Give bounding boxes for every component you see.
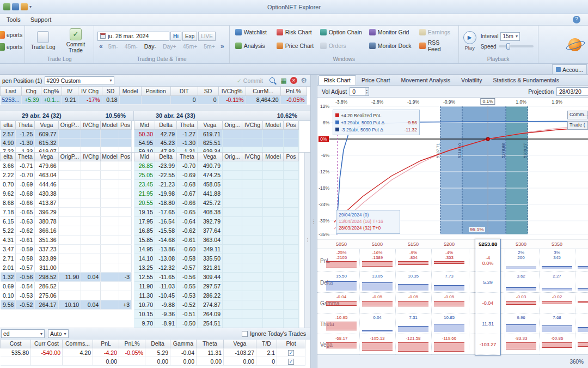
column-header[interactable]: Delta <box>145 340 170 348</box>
close-icon[interactable]: × <box>290 77 297 84</box>
column-header[interactable]: Pos <box>284 121 299 130</box>
play-button[interactable]: ▶ <box>463 31 476 44</box>
ribbon-analysis-button[interactable]: Analysis <box>233 39 274 53</box>
grid-row[interactable]: 5.22-0.62366.16 <box>1 226 132 236</box>
grid-row[interactable]: 14.95-13.86-0.60349.11 <box>134 245 299 254</box>
grid-row[interactable]: 0.000.000.000.000.000✓ <box>1 357 305 366</box>
reports-button-2[interactable]: eports <box>0 42 22 52</box>
interval-select[interactable]: 15m ▾ <box>500 32 519 41</box>
tab-risk-chart[interactable]: Risk Chart <box>318 75 356 85</box>
column-header[interactable]: Theta <box>197 340 224 348</box>
grid-row[interactable]: 9.70-8.91-0.50254.51 <box>134 319 299 328</box>
column-header[interactable]: CurrM... <box>246 87 280 95</box>
column-header[interactable]: PnL% <box>119 340 145 348</box>
column-header[interactable]: IVChg <box>81 121 101 130</box>
column-header[interactable]: Model <box>119 87 141 95</box>
column-header[interactable]: Delta <box>155 121 177 130</box>
grid-row[interactable]: 1.32-0.56298.5211.900.04-3 <box>1 273 132 282</box>
column-header[interactable]: Model <box>101 153 119 161</box>
grid-row[interactable]: 2.22-0.70463.04 <box>1 171 132 180</box>
grid-row[interactable]: 10.70-9.88-0.52274.87 <box>134 300 299 310</box>
grid-row[interactable]: 11.90-11.03-0.55297.57 <box>134 282 299 291</box>
mode-select[interactable]: ed ▾ <box>1 329 45 338</box>
trade-clipped-button[interactable]: Trade ( <box>567 121 588 130</box>
column-header[interactable]: SD <box>102 87 119 95</box>
column-header[interactable]: Vega <box>35 121 58 130</box>
grid-row[interactable]: 25.05-22.55-0.69474.25 <box>134 171 299 180</box>
grid-row[interactable]: 59.1047.83-1.31629.34 <box>134 147 299 152</box>
column-header[interactable]: Chg% <box>41 87 62 95</box>
column-header[interactable]: Gamma <box>170 340 197 348</box>
grid-row[interactable]: 16.85-15.58-0.62377.64 <box>134 226 299 236</box>
menu-tools[interactable]: Tools <box>2 15 25 24</box>
risk-chart-area[interactable]: 5187.715218.105278.885309.27 12%6%0%-6%-… <box>317 106 588 239</box>
grid-row[interactable]: 21.95-19.98-0.67441.88 <box>134 189 299 198</box>
grid-row[interactable]: 3.47-0.59337.23 <box>1 245 132 254</box>
tab-price-chart[interactable]: Price Chart <box>356 75 396 85</box>
grid-row[interactable]: 13.25-12.32-0.57321.81 <box>134 263 299 273</box>
grid-row[interactable]: 6.15-0.63380.78 <box>1 217 132 226</box>
grid-row[interactable]: 7.22-1.33619.07 <box>1 147 132 152</box>
zoom-icon[interactable] <box>268 76 277 85</box>
layout-grid-icon[interactable]: ▦ <box>279 76 288 85</box>
column-header[interactable]: Model <box>263 121 284 130</box>
column-header[interactable]: Curr Cost <box>31 340 63 348</box>
column-header[interactable]: Chg <box>21 87 41 95</box>
grid-row[interactable]: 50.3042.79-1.27619.71 <box>134 130 299 138</box>
trading-date-field[interactable]: ju. 28 mar. 2024 <box>97 32 169 41</box>
quick-save-icon[interactable] <box>21 3 28 10</box>
ribbon-monitor-dock-button[interactable]: Monitor Dock <box>367 39 417 53</box>
grid-row[interactable]: 54.9545.23-1.30625.51 <box>134 138 299 147</box>
column-header[interactable]: Vega <box>198 153 223 161</box>
projection-date-select[interactable]: 28/03/20 <box>556 87 588 96</box>
column-header[interactable]: IVChg% <box>218 87 246 95</box>
ribbon-earnings-button[interactable]: Earnings <box>417 28 455 36</box>
ribbon-price-chart-button[interactable]: Price Chart <box>274 39 318 53</box>
grid-row[interactable]: 11.30-10.45-0.53286.22 <box>134 291 299 300</box>
auto-select[interactable]: Auto ▾ <box>48 329 69 338</box>
step-day-button[interactable]: Day- <box>142 43 159 50</box>
ignore-trades-checkbox[interactable]: Ignore Today's Trades <box>242 330 306 337</box>
ribbon-risk-chart-button[interactable]: Risk Chart <box>274 28 318 36</box>
commit-button[interactable]: ✓ Commit <box>234 77 266 84</box>
settings-gear-icon[interactable]: ⚙ <box>299 76 308 85</box>
grid-row[interactable]: 14.10-13.08-0.58335.50 <box>134 254 299 263</box>
grid-row[interactable]: 7.18-0.65396.29 <box>1 208 132 217</box>
column-header[interactable]: Orig... <box>223 153 242 161</box>
column-header[interactable]: Theta <box>16 153 35 161</box>
ribbon-rss-feed-button[interactable]: RSS Feed <box>417 39 455 53</box>
step-45m-button[interactable]: 45m- <box>122 43 140 50</box>
ribbon-monitor-grid-button[interactable]: Monitor Grid <box>367 28 417 36</box>
account-panel-tab[interactable]: Accou... <box>552 64 587 74</box>
speed-slider-thumb[interactable] <box>506 43 510 50</box>
column-header[interactable]: Last <box>1 87 22 95</box>
column-header[interactable]: IVChg <box>242 121 263 130</box>
column-header[interactable]: IVChg <box>81 153 101 161</box>
grid-row[interactable]: 9.62-0.68430.38 <box>1 189 132 198</box>
grid-row[interactable]: 26.85-23.99-0.70490.79 <box>134 161 299 171</box>
grid-row[interactable]: 23.45-21.23-0.68458.05 <box>134 180 299 189</box>
vertical-scrollbar[interactable]: ⋮ <box>304 153 310 328</box>
column-header[interactable]: Model <box>263 153 284 161</box>
column-header[interactable]: PnL% <box>280 87 307 95</box>
commit-trade-button[interactable]: ✓ Commit Trade <box>60 28 91 53</box>
help-icon[interactable]: ? <box>573 16 580 23</box>
column-header[interactable]: Orig... <box>223 121 242 130</box>
spinner-arrows-icon[interactable]: ▴▾ <box>365 88 369 95</box>
grid-row[interactable]: 8.68-0.66413.87 <box>1 198 132 208</box>
grid-row[interactable]: 0.10-0.53275.06 <box>1 291 132 300</box>
panel-splitter[interactable]: ⋮ <box>310 75 317 368</box>
column-header[interactable]: T/D <box>256 340 277 348</box>
grid-row[interactable]: 5253...+5.39+0.1...9.21-17%0.1800-0.11%8… <box>1 95 307 104</box>
quick-chart-icon[interactable] <box>3 3 10 10</box>
ribbon-option-chain-button[interactable]: Option Chain <box>318 28 367 36</box>
checkbox-box[interactable] <box>242 331 248 337</box>
ribbon-orders-button[interactable]: Orders <box>318 39 367 53</box>
tab-volatility[interactable]: Volatility <box>456 75 488 85</box>
column-header[interactable]: Theta <box>177 121 198 130</box>
grid-row[interactable]: 20.55-18.80-0.66425.72 <box>134 198 299 208</box>
column-header[interactable]: Model <box>101 121 119 130</box>
grid-row[interactable]: 535.80-540.004.20-4.20-0.05%5.29-0.0411.… <box>1 348 305 357</box>
ribbon-watchlist-button[interactable]: Watchlist <box>233 28 274 36</box>
column-header[interactable]: IV Chg <box>78 87 102 95</box>
